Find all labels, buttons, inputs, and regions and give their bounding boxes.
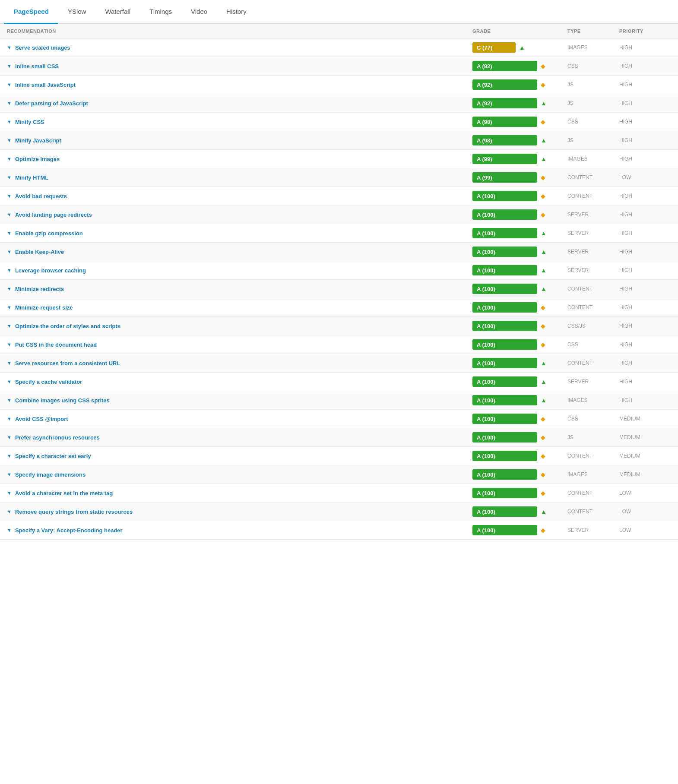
table-row[interactable]: ▼ Remove query strings from static resou… bbox=[0, 503, 678, 521]
row-name[interactable]: ▼ Specify a character set early bbox=[7, 453, 472, 459]
row-name[interactable]: ▼ Avoid CSS @import bbox=[7, 416, 472, 422]
grade-cell: A (100) ◆ bbox=[472, 191, 567, 201]
row-name[interactable]: ▼ Minify HTML bbox=[7, 174, 472, 181]
chevron-icon[interactable]: ▼ bbox=[7, 82, 12, 87]
chevron-icon[interactable]: ▼ bbox=[7, 490, 12, 496]
chevron-icon[interactable]: ▼ bbox=[7, 360, 12, 366]
chevron-icon[interactable]: ▼ bbox=[7, 416, 12, 421]
row-name[interactable]: ▼ Minimize request size bbox=[7, 304, 472, 311]
grade-cell: A (100) ▲ bbox=[472, 265, 567, 275]
chevron-icon[interactable]: ▼ bbox=[7, 268, 12, 273]
table-row[interactable]: ▼ Specify a Vary: Accept-Encoding header… bbox=[0, 521, 678, 540]
chevron-icon[interactable]: ▼ bbox=[7, 231, 12, 236]
row-name[interactable]: ▼ Avoid bad requests bbox=[7, 193, 472, 199]
row-name[interactable]: ▼ Leverage browser caching bbox=[7, 267, 472, 274]
table-row[interactable]: ▼ Minimize request size A (100) ◆ CONTEN… bbox=[0, 298, 678, 317]
chevron-icon[interactable]: ▼ bbox=[7, 175, 12, 180]
chevron-icon[interactable]: ▼ bbox=[7, 379, 12, 384]
table-row[interactable]: ▼ Minify JavaScript A (98) ▲ JS HIGH bbox=[0, 131, 678, 150]
tab-timings[interactable]: Timings bbox=[140, 0, 181, 24]
table-row[interactable]: ▼ Specify image dimensions A (100) ◆ IMA… bbox=[0, 465, 678, 484]
row-name[interactable]: ▼ Avoid a character set in the meta tag bbox=[7, 490, 472, 496]
row-name[interactable]: ▼ Specify a cache validator bbox=[7, 379, 472, 385]
table-row[interactable]: ▼ Avoid bad requests A (100) ◆ CONTENT H… bbox=[0, 187, 678, 205]
tab-waterfall[interactable]: Waterfall bbox=[95, 0, 140, 24]
table-row[interactable]: ▼ Inline small JavaScript A (92) ◆ JS HI… bbox=[0, 76, 678, 94]
chevron-icon[interactable]: ▼ bbox=[7, 193, 12, 199]
grade-cell: A (100) ◆ bbox=[472, 432, 567, 443]
priority-cell: HIGH bbox=[619, 193, 671, 199]
chevron-icon[interactable]: ▼ bbox=[7, 398, 12, 403]
chevron-icon[interactable]: ▼ bbox=[7, 63, 12, 69]
table-row[interactable]: ▼ Specify a character set early A (100) … bbox=[0, 447, 678, 465]
row-name[interactable]: ▼ Serve resources from a consistent URL bbox=[7, 360, 472, 367]
table-row[interactable]: ▼ Put CSS in the document head A (100) ◆… bbox=[0, 335, 678, 354]
chevron-icon[interactable]: ▼ bbox=[7, 45, 12, 50]
grade-cell: A (100) ◆ bbox=[472, 209, 567, 220]
row-name[interactable]: ▼ Enable Keep-Alive bbox=[7, 249, 472, 255]
chevron-icon[interactable]: ▼ bbox=[7, 528, 12, 533]
row-name[interactable]: ▼ Remove query strings from static resou… bbox=[7, 509, 472, 515]
row-name[interactable]: ▼ Inline small CSS bbox=[7, 63, 472, 70]
row-name[interactable]: ▼ Avoid landing page redirects bbox=[7, 212, 472, 218]
grade-cell: A (100) ◆ bbox=[472, 302, 567, 313]
row-name[interactable]: ▼ Optimize the order of styles and scrip… bbox=[7, 323, 472, 329]
chevron-icon[interactable]: ▼ bbox=[7, 435, 12, 440]
chevron-icon[interactable]: ▼ bbox=[7, 453, 12, 458]
chevron-icon[interactable]: ▼ bbox=[7, 286, 12, 291]
row-name[interactable]: ▼ Inline small JavaScript bbox=[7, 82, 472, 88]
table-row[interactable]: ▼ Minify CSS A (98) ◆ CSS HIGH bbox=[0, 113, 678, 131]
row-name[interactable]: ▼ Prefer asynchronous resources bbox=[7, 434, 472, 441]
table-row[interactable]: ▼ Serve resources from a consistent URL … bbox=[0, 354, 678, 373]
row-name[interactable]: ▼ Optimize images bbox=[7, 156, 472, 162]
row-name[interactable]: ▼ Specify image dimensions bbox=[7, 471, 472, 478]
type-cell: CSS/JS bbox=[567, 323, 619, 329]
chevron-icon[interactable]: ▼ bbox=[7, 119, 12, 124]
priority-cell: HIGH bbox=[619, 379, 671, 385]
table-row[interactable]: ▼ Inline small CSS A (92) ◆ CSS HIGH bbox=[0, 57, 678, 76]
tab-yslow[interactable]: YSlow bbox=[58, 0, 96, 24]
row-name[interactable]: ▼ Put CSS in the document head bbox=[7, 341, 472, 348]
table-row[interactable]: ▼ Optimize the order of styles and scrip… bbox=[0, 317, 678, 335]
table-row[interactable]: ▼ Avoid CSS @import A (100) ◆ CSS MEDIUM bbox=[0, 410, 678, 428]
chevron-icon[interactable]: ▼ bbox=[7, 472, 12, 477]
table-row[interactable]: ▼ Enable Keep-Alive A (100) ▲ SERVER HIG… bbox=[0, 243, 678, 261]
row-name[interactable]: ▼ Defer parsing of JavaScript bbox=[7, 100, 472, 107]
table-row[interactable]: ▼ Avoid a character set in the meta tag … bbox=[0, 484, 678, 503]
chevron-icon[interactable]: ▼ bbox=[7, 509, 12, 514]
row-name[interactable]: ▼ Minimize redirects bbox=[7, 286, 472, 292]
row-name[interactable]: ▼ Combine images using CSS sprites bbox=[7, 397, 472, 404]
tab-history[interactable]: History bbox=[217, 0, 256, 24]
grade-bar: A (100) bbox=[472, 525, 537, 535]
table-row[interactable]: ▼ Avoid landing page redirects A (100) ◆… bbox=[0, 205, 678, 224]
grade-bar: A (92) bbox=[472, 98, 537, 108]
chevron-icon[interactable]: ▼ bbox=[7, 138, 12, 143]
table-row[interactable]: ▼ Minimize redirects A (100) ▲ CONTENT H… bbox=[0, 280, 678, 298]
chevron-icon[interactable]: ▼ bbox=[7, 101, 12, 106]
table-row[interactable]: ▼ Optimize images A (99) ▲ IMAGES HIGH bbox=[0, 150, 678, 168]
row-name[interactable]: ▼ Enable gzip compression bbox=[7, 230, 472, 237]
chevron-icon[interactable]: ▼ bbox=[7, 342, 12, 347]
table-row[interactable]: ▼ Defer parsing of JavaScript A (92) ▲ J… bbox=[0, 94, 678, 113]
tab-pagespeed[interactable]: PageSpeed bbox=[4, 0, 58, 24]
chevron-icon[interactable]: ▼ bbox=[7, 323, 12, 329]
row-name[interactable]: ▼ Specify a Vary: Accept-Encoding header bbox=[7, 527, 472, 534]
table-row[interactable]: ▼ Prefer asynchronous resources A (100) … bbox=[0, 428, 678, 447]
table-row[interactable]: ▼ Specify a cache validator A (100) ▲ SE… bbox=[0, 373, 678, 391]
chevron-icon[interactable]: ▼ bbox=[7, 212, 12, 217]
chevron-icon[interactable]: ▼ bbox=[7, 249, 12, 254]
table-row[interactable]: ▼ Serve scaled images C (77) ▲ IMAGES HI… bbox=[0, 38, 678, 57]
chevron-icon[interactable]: ▼ bbox=[7, 156, 12, 161]
table-row[interactable]: ▼ Combine images using CSS sprites A (10… bbox=[0, 391, 678, 410]
table-row[interactable]: ▼ Minify HTML A (99) ◆ CONTENT LOW bbox=[0, 168, 678, 187]
header-priority: PRIORITY bbox=[619, 28, 671, 34]
type-cell: SERVER bbox=[567, 212, 619, 218]
grade-cell: A (92) ▲ bbox=[472, 98, 567, 108]
row-name[interactable]: ▼ Minify JavaScript bbox=[7, 137, 472, 144]
tab-video[interactable]: Video bbox=[181, 0, 217, 24]
chevron-icon[interactable]: ▼ bbox=[7, 305, 12, 310]
table-row[interactable]: ▼ Enable gzip compression A (100) ▲ SERV… bbox=[0, 224, 678, 243]
table-row[interactable]: ▼ Leverage browser caching A (100) ▲ SER… bbox=[0, 261, 678, 280]
row-name[interactable]: ▼ Minify CSS bbox=[7, 119, 472, 125]
row-name[interactable]: ▼ Serve scaled images bbox=[7, 44, 472, 51]
